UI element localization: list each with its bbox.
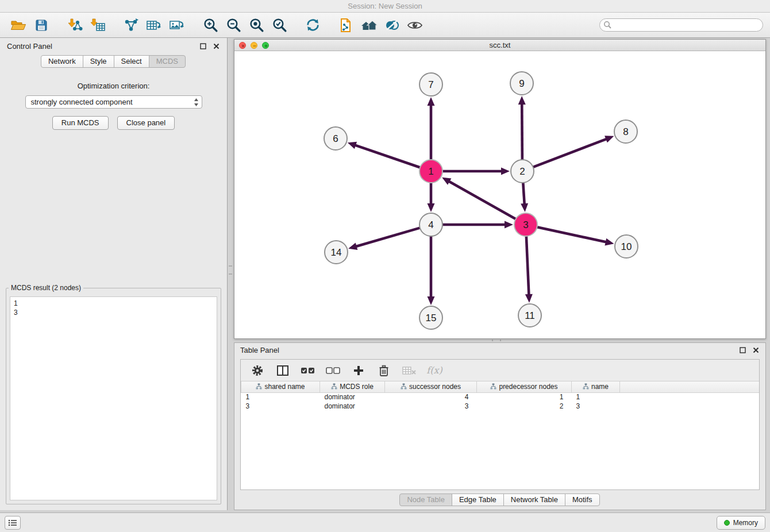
criterion-select[interactable]: strongly connected component: [25, 95, 202, 109]
graph-node-label: 7: [428, 79, 433, 90]
zoom-in-button[interactable]: [199, 15, 222, 36]
graph-edge-1-6[interactable]: [355, 145, 420, 167]
graph-node-9[interactable]: 9: [510, 72, 533, 95]
graph-edge-arrowhead: [428, 97, 435, 106]
show-column-button[interactable]: [274, 362, 291, 379]
table-settings-button[interactable]: [249, 362, 266, 379]
table-cell: 3: [572, 402, 620, 411]
tab-select[interactable]: Select: [114, 55, 149, 68]
zoom-fit-button[interactable]: [245, 15, 268, 36]
traffic-lights: [239, 42, 269, 49]
maximize-window-icon[interactable]: [262, 42, 269, 49]
close-window-icon[interactable]: [239, 42, 246, 49]
graph-node-6[interactable]: 6: [324, 127, 347, 150]
column-header-predecessor-nodes[interactable]: predecessor nodes: [477, 381, 572, 392]
save-session-button[interactable]: [30, 15, 53, 36]
show-all-networks-button[interactable]: [357, 15, 380, 36]
graph-node-8[interactable]: 8: [614, 120, 637, 143]
mcds-result-list[interactable]: 13: [10, 296, 217, 500]
clone-network-button[interactable]: [334, 15, 357, 36]
table-row[interactable]: 3dominator323: [241, 402, 760, 411]
float-panel-icon[interactable]: [738, 346, 746, 354]
table-tab-edge-table[interactable]: Edge Table: [452, 494, 504, 506]
column-type-icon: [331, 383, 337, 390]
window-title: Session: New Session: [348, 2, 422, 10]
graph-node-label: 4: [428, 219, 433, 230]
close-panel-icon[interactable]: [212, 42, 220, 50]
column-header-name[interactable]: name: [572, 381, 620, 392]
new-network-button[interactable]: [120, 15, 143, 36]
column-header-successor-nodes[interactable]: successor nodes: [385, 381, 477, 392]
graph-edge-3-11[interactable]: [526, 236, 529, 295]
graph-node-15[interactable]: 15: [419, 306, 442, 329]
refresh-button[interactable]: [301, 15, 324, 36]
close-panel-icon[interactable]: [752, 346, 760, 354]
graph-edge-2-9[interactable]: [522, 103, 522, 160]
graph-node-11[interactable]: 11: [518, 304, 541, 327]
vertical-splitter-handle[interactable]: [229, 265, 232, 275]
graph-edge-3-1[interactable]: [448, 181, 515, 219]
delete-column-button[interactable]: [375, 362, 392, 379]
table-row[interactable]: 1dominator411: [241, 392, 760, 402]
graph-node-label: 9: [519, 78, 524, 89]
horizontal-splitter-handle[interactable]: [492, 340, 501, 341]
zoom-out-button[interactable]: [222, 15, 245, 36]
node-table-body: 1dominator4113dominator323: [241, 392, 760, 411]
table-cell: 3: [241, 402, 320, 411]
table-export-icon: [146, 18, 162, 33]
minimize-window-icon[interactable]: [251, 42, 257, 49]
float-panel-icon[interactable]: [199, 42, 207, 50]
select-all-button[interactable]: [299, 362, 317, 379]
column-header-MCDS-role[interactable]: MCDS role: [320, 381, 385, 392]
import-network-from-file-button[interactable]: [63, 15, 86, 36]
run-mcds-button[interactable]: Run MCDS: [52, 116, 109, 130]
toolbar-search-input[interactable]: [599, 18, 763, 32]
graph-edge-4-14[interactable]: [356, 228, 420, 247]
deselect-all-button[interactable]: [325, 362, 342, 379]
graph-node-label: 8: [623, 126, 628, 137]
export-table-button[interactable]: [143, 15, 165, 36]
graph-node-3[interactable]: 3: [514, 213, 537, 236]
memory-button[interactable]: Memory: [717, 516, 765, 530]
graph-node-4[interactable]: 4: [419, 213, 442, 236]
close-panel-button[interactable]: Close panel: [117, 116, 175, 130]
graph-node-label: 2: [519, 166, 525, 177]
graph-edge-3-10[interactable]: [537, 227, 607, 242]
toolbar-separator: [109, 25, 120, 25]
gear-icon: [251, 364, 264, 377]
criterion-select-value: strongly connected component: [31, 98, 133, 106]
table-tab-network-table[interactable]: Network Table: [503, 494, 565, 506]
delete-table-button-disabled[interactable]: [401, 362, 418, 379]
image-export-icon: [169, 18, 185, 33]
tab-mcds[interactable]: MCDS: [149, 55, 186, 68]
table-tab-motifs[interactable]: Motifs: [565, 494, 600, 506]
select-arrows-icon: [194, 98, 199, 107]
style-button[interactable]: [380, 15, 403, 36]
network-view-window: scc.txt 7968124314101511: [234, 39, 766, 339]
graph-edge-2-3[interactable]: [523, 183, 524, 205]
export-image-button[interactable]: [165, 15, 188, 36]
add-column-button[interactable]: [350, 362, 367, 379]
tab-network[interactable]: Network: [41, 55, 83, 68]
import-table-from-file-button[interactable]: [86, 15, 109, 36]
network-window-titlebar[interactable]: scc.txt: [234, 40, 765, 51]
graph-edge-2-8[interactable]: [533, 139, 607, 167]
table-tab-node-table[interactable]: Node Table: [399, 494, 452, 506]
network-canvas-svg[interactable]: 7968124314101511: [234, 51, 765, 338]
graph-node-10[interactable]: 10: [615, 235, 638, 258]
column-header-shared-name[interactable]: shared name: [241, 381, 320, 392]
window-titlebar[interactable]: Session: New Session: [0, 0, 770, 13]
graph-node-7[interactable]: 7: [419, 73, 442, 96]
graph-edge-arrowhead: [521, 203, 528, 212]
zoom-selected-button[interactable]: [268, 15, 291, 36]
graph-node-2[interactable]: 2: [511, 160, 534, 183]
column-header-label: MCDS role: [340, 383, 374, 391]
function-builder-button-disabled[interactable]: f(x): [426, 362, 443, 379]
task-history-button[interactable]: [5, 516, 21, 530]
open-file-button[interactable]: [7, 15, 30, 36]
tab-style[interactable]: Style: [83, 55, 114, 68]
graph-node-14[interactable]: 14: [325, 241, 348, 264]
graph-node-1[interactable]: 1: [419, 160, 442, 183]
toolbar-separator: [188, 25, 199, 25]
show-graphics-details-button[interactable]: [403, 15, 426, 36]
